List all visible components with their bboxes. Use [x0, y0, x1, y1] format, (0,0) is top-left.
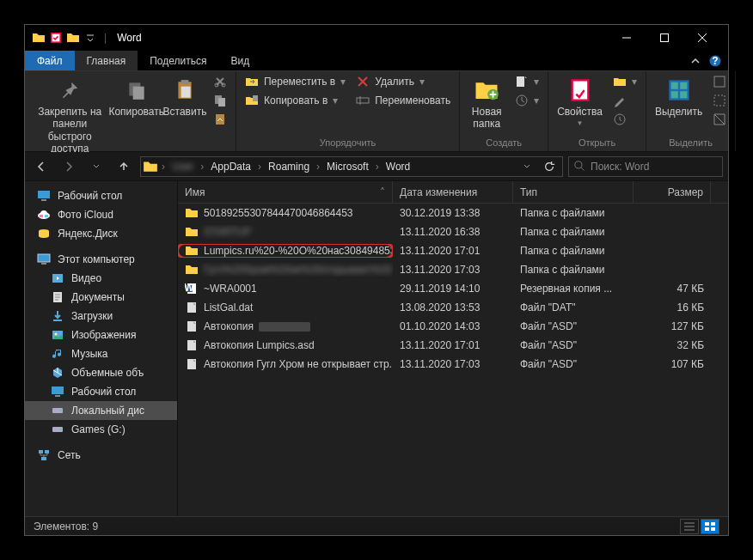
svg-rect-23	[680, 82, 687, 89]
word-icon: W	[185, 282, 199, 295]
new-item-button[interactable]: ▾	[511, 73, 542, 90]
copy-button[interactable]: Копировать	[113, 73, 160, 121]
copy-to-icon	[245, 94, 259, 107]
ribbon: Закрепить на панели быстрого доступа Коп…	[25, 71, 728, 152]
select-all-button[interactable]: Выделить	[652, 73, 706, 121]
file-row[interactable]: Автокопия Lumpics.asd13.11.2020 17:01Фай…	[178, 336, 728, 355]
file-row[interactable]: ListGal.dat13.08.2020 13:53Файл "DAT"16 …	[178, 298, 728, 317]
sidebar-item[interactable]: Объемные объ	[25, 363, 177, 382]
invert-selection-btn[interactable]	[709, 111, 730, 128]
file-row[interactable]: Автокопия01.10.2020 14:03Файл "ASD"127 К…	[178, 317, 728, 336]
select-none-btn[interactable]	[709, 92, 730, 109]
history-button[interactable]	[609, 111, 630, 128]
sidebar-item[interactable]: Яндекс.Диск	[25, 224, 177, 243]
back-button[interactable]	[30, 155, 52, 178]
sidebar[interactable]: Рабочий столФото iCloudЯндекс.ДискЭтот к…	[25, 181, 178, 516]
up-button[interactable]	[113, 155, 135, 178]
select-all-icon	[665, 76, 693, 104]
sidebar-item[interactable]: Сеть	[25, 446, 177, 465]
qat-dropdown-icon[interactable]	[83, 31, 97, 45]
minimize-button[interactable]	[608, 25, 646, 51]
col-type[interactable]: Тип	[513, 181, 634, 203]
item-count: Элементов: 9	[34, 520, 98, 533]
sidebar-item[interactable]: Этот компьютер	[25, 250, 177, 269]
file-row[interactable]: W~WRA000129.11.2019 14:10Резервная копия…	[178, 279, 728, 298]
delete-button[interactable]: Удалить▾	[352, 73, 428, 90]
sidebar-item[interactable]: Изображения	[25, 326, 177, 344]
sidebar-item[interactable]: Загрузки	[25, 307, 177, 326]
edit-button[interactable]	[609, 92, 630, 109]
search-icon	[574, 161, 585, 172]
select-all-btn[interactable]	[709, 73, 730, 90]
qat-prop-icon[interactable]	[49, 31, 63, 45]
search-box[interactable]: Поиск: Word	[568, 156, 723, 177]
pin-button[interactable]: Закрепить на панели быстрого доступа	[30, 73, 109, 159]
col-size[interactable]: Размер	[634, 181, 711, 203]
svg-rect-50	[41, 457, 46, 460]
refresh-button[interactable]	[538, 156, 560, 177]
sidebar-item[interactable]: Видео	[25, 269, 177, 288]
new-folder-button[interactable]: Новая папка	[465, 73, 508, 134]
properties-icon	[566, 76, 594, 104]
rename-button[interactable]: Переименовать	[352, 92, 454, 109]
breadcrumb-word[interactable]: Word	[381, 157, 415, 176]
cut-button[interactable]	[210, 73, 230, 90]
file-date: 13.11.2020 17:01	[393, 339, 513, 351]
recent-dropdown[interactable]	[85, 155, 107, 178]
breadcrumb-appdata[interactable]: AppData	[205, 157, 256, 176]
desktop-icon	[37, 189, 51, 203]
file-list[interactable]: 5018925530784447004686445330.12.2019 13:…	[178, 204, 728, 516]
qat-folder-icon[interactable]	[66, 31, 80, 45]
breadcrumb-dropdown[interactable]	[516, 156, 538, 177]
close-button[interactable]	[683, 25, 721, 51]
svg-point-45	[60, 410, 62, 411]
tab-share[interactable]: Поделиться	[138, 51, 218, 70]
help-icon[interactable]: ?	[709, 55, 721, 67]
file-name: ListGal.dat	[204, 301, 253, 313]
paste-shortcut-button[interactable]	[210, 111, 230, 128]
svg-rect-58	[705, 522, 709, 526]
sidebar-item[interactable]: Рабочий стол	[25, 382, 177, 401]
video-icon	[51, 271, 64, 285]
icons-view-button[interactable]	[701, 519, 719, 534]
copy-path-icon	[213, 94, 227, 107]
svg-text:W: W	[185, 282, 194, 294]
breadcrumb-user[interactable]: User	[167, 157, 199, 176]
sidebar-item[interactable]: Фото iCloud	[25, 205, 177, 224]
maximize-button[interactable]	[646, 25, 683, 51]
svg-rect-8	[181, 87, 191, 98]
file-row[interactable]: Автокопия Гугл Хром не открывает стр...1…	[178, 355, 728, 374]
breadcrumb-roaming[interactable]: Roaming	[263, 157, 315, 176]
paste-button[interactable]: Вставить	[163, 73, 206, 121]
forward-button[interactable]	[58, 155, 80, 178]
tab-view[interactable]: Вид	[218, 51, 261, 70]
col-name[interactable]: Имя˄	[178, 181, 393, 203]
col-date[interactable]: Дата изменения	[393, 181, 513, 203]
file-row[interactable]: Lumpics.ru%20-%20О%20нас30849485313.11.2…	[178, 241, 728, 260]
copy-path-button[interactable]	[210, 92, 230, 109]
delete-icon	[356, 75, 370, 88]
properties-button[interactable]: Свойства ▼	[554, 73, 606, 131]
tab-home[interactable]: Главная	[75, 51, 138, 70]
details-view-button[interactable]	[680, 519, 699, 534]
breadcrumb-microsoft[interactable]: Microsoft	[321, 157, 374, 176]
breadcrumb-bar[interactable]: › User › AppData › Roaming › Microsoft ›…	[140, 156, 563, 177]
copy-icon	[123, 76, 150, 104]
open-button[interactable]: ▾	[609, 73, 640, 90]
collapse-ribbon-icon[interactable]	[690, 56, 701, 66]
svg-rect-27	[714, 95, 725, 106]
svg-rect-33	[40, 215, 43, 217]
file-row[interactable]: STARTUP13.11.2020 16:38Папка с файлами	[178, 222, 728, 241]
svg-rect-14	[253, 95, 258, 101]
easy-access-button[interactable]: ▾	[511, 92, 542, 109]
file-row[interactable]: Гугл%20Хром%20не%20открывает%2013.11.202…	[178, 260, 728, 279]
sidebar-item[interactable]: Документы	[25, 288, 177, 307]
tab-file[interactable]: Файл	[25, 51, 75, 70]
file-row[interactable]: 5018925530784447004686445330.12.2019 13:…	[178, 204, 728, 222]
move-to-button[interactable]: Переместить в▾	[242, 73, 349, 90]
sidebar-item[interactable]: Рабочий стол	[25, 186, 177, 205]
copy-to-button[interactable]: Копировать в▾	[242, 92, 341, 109]
sidebar-item[interactable]: Games (G:)	[25, 420, 177, 439]
sidebar-item[interactable]: Локальный дис	[25, 401, 177, 420]
sidebar-item[interactable]: Музыка	[25, 344, 177, 363]
